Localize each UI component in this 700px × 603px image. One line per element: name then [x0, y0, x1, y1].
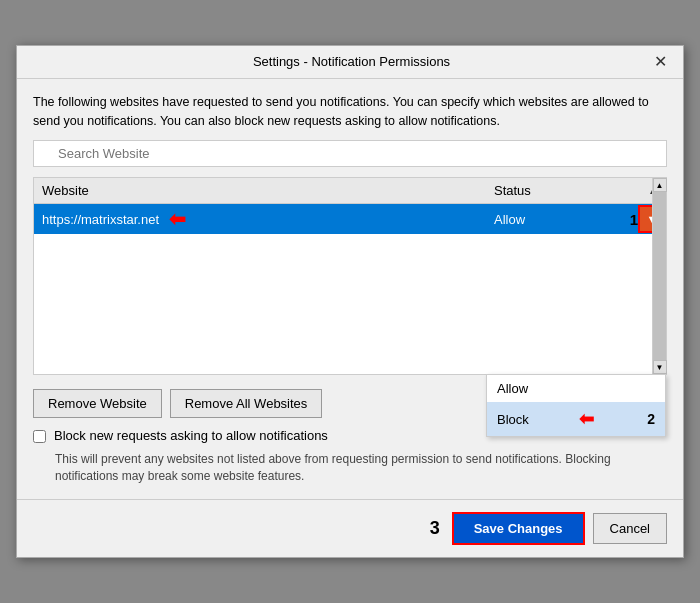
- scrollbar-up-button[interactable]: ▲: [653, 178, 667, 192]
- search-input[interactable]: [33, 140, 667, 167]
- dropdown-option-block[interactable]: Block ⬅ 2: [487, 402, 665, 436]
- dropdown-option-allow[interactable]: Allow: [487, 375, 665, 402]
- table-row[interactable]: https://matrixstar.net ⬅ Allow 1 ▼: [34, 204, 666, 234]
- badge-1: 1: [630, 211, 638, 228]
- col-website-header: Website: [34, 183, 486, 198]
- block-new-requests-checkbox[interactable]: [33, 430, 46, 443]
- table-header: Website Status ▲: [34, 178, 666, 204]
- remove-all-websites-button[interactable]: Remove All Websites: [170, 389, 323, 418]
- cancel-button[interactable]: Cancel: [593, 513, 667, 544]
- scrollbar-thumb[interactable]: [653, 192, 666, 360]
- row-status-cell: Allow 1 ▼: [486, 205, 666, 233]
- save-changes-button[interactable]: Save Changes: [452, 512, 585, 545]
- checkbox-hint-text: This will prevent any websites not liste…: [55, 451, 667, 499]
- settings-dialog: Settings - Notification Permissions ✕ Th…: [16, 45, 684, 558]
- title-bar: Settings - Notification Permissions ✕: [17, 46, 683, 79]
- checkbox-label[interactable]: Block new requests asking to allow notif…: [54, 428, 328, 443]
- scrollbar-down-button[interactable]: ▼: [653, 360, 667, 374]
- remove-website-button[interactable]: Remove Website: [33, 389, 162, 418]
- block-label: Block: [497, 412, 529, 427]
- search-wrapper: 🔍: [33, 140, 667, 167]
- status-value: Allow: [494, 212, 626, 227]
- arrow-indicator-2: ⬅: [579, 408, 594, 430]
- badge-2: 2: [647, 411, 655, 427]
- website-link[interactable]: https://matrixstar.net: [42, 212, 159, 227]
- table-empty-area: [34, 234, 666, 374]
- description-text: The following websites have requested to…: [33, 93, 667, 131]
- scrollbar[interactable]: ▲ ▼: [652, 178, 666, 374]
- badge-3: 3: [430, 518, 440, 539]
- dialog-title: Settings - Notification Permissions: [53, 54, 650, 69]
- col-status-header: Status ▲: [486, 183, 666, 198]
- status-select-wrapper: Allow 1 ▼: [494, 205, 666, 233]
- dialog-body: The following websites have requested to…: [17, 79, 683, 499]
- status-dropdown-menu: Allow Block ⬅ 2: [486, 374, 666, 437]
- website-table: Website Status ▲ https://matrixstar.net …: [33, 177, 667, 375]
- arrow-indicator-1: ⬅: [169, 207, 186, 231]
- dialog-footer: 3 Save Changes Cancel: [17, 499, 683, 557]
- close-button[interactable]: ✕: [650, 54, 671, 70]
- row-website-cell: https://matrixstar.net ⬅: [34, 207, 486, 231]
